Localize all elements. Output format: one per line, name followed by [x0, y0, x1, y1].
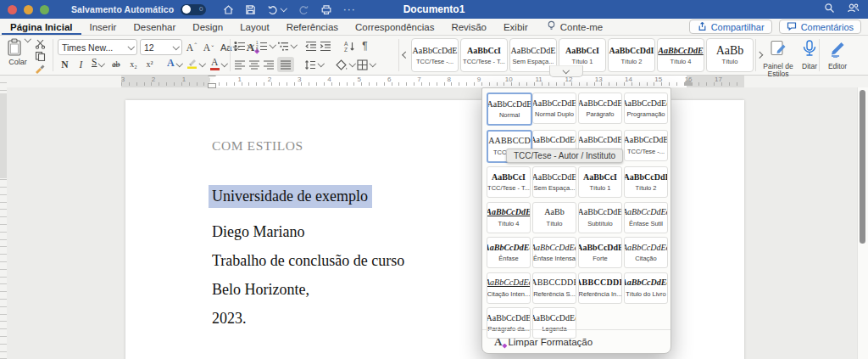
paste-button[interactable]: Colar [4, 38, 31, 66]
ribbon-tab[interactable]: Referências [278, 19, 347, 35]
autosave-toggle[interactable]: 0 [181, 4, 206, 15]
gallery-scroll-left[interactable] [402, 39, 409, 71]
font-size-select[interactable]: 12 [140, 39, 182, 55]
style-card[interactable]: AaBbCcDdI Título 2 [624, 166, 668, 198]
share-presence-icon[interactable] [847, 2, 860, 17]
style-gallery-card[interactable]: AaBbCcI TCC/Tese - T... [460, 38, 508, 72]
editor-button[interactable]: Editor [822, 39, 853, 70]
style-card[interactable]: AaBbCcDdE Título 4 [487, 202, 531, 233]
shading-button[interactable] [336, 59, 355, 70]
selected-text-line[interactable]: Universidade de exemplo [209, 188, 372, 205]
ribbon-tab[interactable]: Correspondências [347, 19, 442, 35]
style-card[interactable]: AaBbCcDdEe Programação [624, 93, 668, 124]
copy-icon[interactable] [34, 51, 46, 61]
more-commands-icon[interactable]: ··· [343, 5, 356, 14]
tell-me[interactable]: Conte-me [547, 19, 604, 35]
style-card[interactable]: AaBbCcDdEe Ênfase Intensa [532, 237, 576, 268]
styles-gallery-expander[interactable] [549, 65, 583, 77]
search-icon[interactable] [824, 2, 835, 17]
align-center-button[interactable] [248, 59, 260, 70]
highlight-button[interactable] [185, 57, 207, 71]
font-name-select[interactable]: Times New... [58, 39, 137, 55]
format-painter-icon[interactable] [34, 63, 46, 74]
align-right-button[interactable] [263, 59, 275, 70]
home-icon[interactable] [223, 4, 234, 15]
style-card[interactable]: AaBbCcI TCC/Tese - T... [487, 166, 531, 198]
undo-dropdown-chevron[interactable] [281, 5, 287, 12]
share-button[interactable]: Compartilhar [689, 20, 772, 34]
style-card[interactable]: AaBbCcDdE Forte [578, 237, 622, 268]
style-gallery-card[interactable]: AaBbCcDdE TCC/Tese -... [411, 38, 459, 72]
numbered-list-button[interactable]: 123 [256, 41, 275, 52]
style-gallery-card[interactable]: AaBb Título [706, 38, 754, 72]
shrink-font-button[interactable]: A⌄ [202, 40, 216, 54]
ribbon-tab[interactable]: Layout [231, 19, 278, 35]
style-gallery-card[interactable]: AaBbCcDdE Título 4 [657, 38, 704, 72]
ribbon-tab[interactable]: Design [184, 19, 231, 35]
text-effects-button[interactable]: A [165, 57, 183, 71]
left-indent-marker[interactable] [208, 83, 216, 88]
paste-dropdown-chevron[interactable] [25, 36, 31, 42]
font-color-button[interactable]: A [209, 57, 229, 71]
italic-button[interactable]: I [74, 57, 88, 71]
bold-button[interactable]: N [58, 57, 72, 71]
strikethrough-button[interactable]: ab [108, 57, 125, 71]
bullet-list-button[interactable] [234, 41, 253, 52]
style-card[interactable]: AaBbCcI Título 1 [578, 166, 622, 198]
style-card[interactable]: AaBbCcDdEe Ênfase [487, 237, 531, 268]
ribbon-tab[interactable]: Exibir [495, 19, 537, 35]
document-line[interactable]: Belo Horizonte, [212, 275, 404, 304]
sort-button[interactable]: AZ [343, 41, 356, 52]
style-card[interactable]: AaBb Título [532, 202, 576, 233]
style-card[interactable]: AaBbCcDdE Parágrafo [578, 93, 622, 124]
align-left-button[interactable] [234, 59, 246, 70]
decrease-indent-button[interactable] [305, 41, 317, 52]
style-card[interactable]: AaBbCcDdE TCC/Tese -... [624, 130, 668, 161]
style-card[interactable]: AaBbCcDdEe Ênfase Sutil [624, 202, 668, 233]
document-heading[interactable]: COM ESTILOS [212, 138, 303, 154]
style-card[interactable]: AaBbCcDdEe Título do Livro [624, 272, 668, 304]
save-icon[interactable] [245, 4, 256, 15]
style-label: TCC/Tese - T... [487, 184, 530, 192]
undo-icon[interactable] [267, 4, 287, 15]
style-gallery-card[interactable]: AaBbCcDdI Título 2 [608, 38, 655, 72]
ruler-number: 4 [314, 76, 344, 83]
subscript-button[interactable]: x₂ [126, 57, 141, 71]
style-card[interactable]: AABBCCDDEE Referência In... [578, 272, 622, 304]
styles-pane-button[interactable]: Painel de Estilos [759, 39, 798, 78]
underline-button[interactable]: S [90, 57, 106, 71]
show-paragraph-marks-button[interactable]: ¶ [359, 39, 372, 53]
ribbon-tab[interactable]: Página Inicial [2, 19, 81, 35]
style-card[interactable]: AaBbCcDdEe Citação Inten... [487, 272, 531, 304]
borders-button[interactable] [357, 59, 376, 70]
ribbon-tab[interactable]: Inserir [81, 19, 125, 35]
superscript-button[interactable]: x² [142, 57, 157, 71]
style-card[interactable]: AaBbCcDdE Normal [487, 93, 532, 126]
clear-formatting-item[interactable]: A Limpar Formatação [482, 329, 670, 353]
grow-font-button[interactable]: A⌃ [185, 40, 199, 54]
multilevel-list-button[interactable] [277, 41, 297, 52]
style-card[interactable]: AaBbCcDdE Subtítulo [578, 202, 622, 233]
comments-button[interactable]: Comentários [779, 20, 861, 34]
style-card[interactable]: AaBbCcDdE Normal Duplo [532, 93, 576, 124]
style-card[interactable]: AABBCCDDEE Referência S... [532, 272, 576, 304]
style-card[interactable]: AaBbCcDdEe Citação [624, 237, 668, 268]
zoom-window-button[interactable] [40, 5, 49, 14]
close-window-button[interactable] [8, 5, 17, 14]
document-line[interactable]: Diego Mariano [212, 217, 404, 246]
ribbon-tab[interactable]: Revisão [442, 19, 495, 35]
autosave-label: Salvamento Automático [71, 4, 174, 14]
increase-indent-button[interactable] [320, 41, 331, 52]
minimize-window-button[interactable] [24, 5, 33, 14]
style-card[interactable]: AaBbCcDdE Sem Espaça... [532, 166, 576, 198]
cut-icon[interactable] [34, 39, 46, 49]
selected-text[interactable]: Universidade de exemplo [209, 185, 372, 208]
justify-button[interactable] [277, 57, 294, 72]
scrollbar-thumb[interactable] [860, 90, 865, 244]
ribbon-tab[interactable]: Desenhar [125, 19, 184, 35]
line-spacing-button[interactable] [304, 59, 324, 70]
document-line[interactable]: 2023. [212, 304, 404, 333]
vertical-scrollbar[interactable] [857, 87, 868, 359]
print-icon[interactable] [320, 4, 332, 15]
document-line[interactable]: Trabalho de conclusão de curso [212, 246, 404, 275]
